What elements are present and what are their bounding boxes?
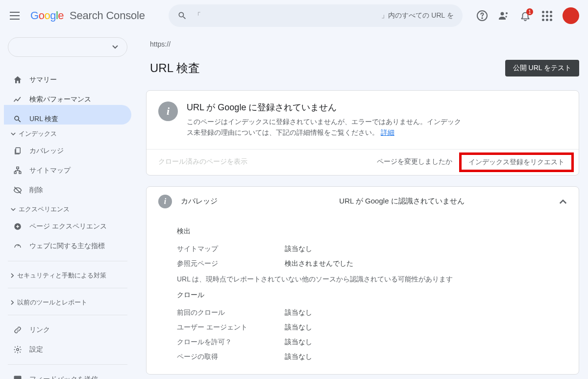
coverage-card: i カバレッジ URL が Google に認識されていません 検出 サイトマッ… <box>146 186 579 375</box>
home-icon <box>13 75 23 85</box>
sidebar-item-links[interactable]: リンク <box>4 320 131 340</box>
chevron-right-icon <box>11 273 14 278</box>
help-button[interactable] <box>476 10 488 22</box>
sidebar-label: リンク <box>29 326 50 334</box>
sidebar-label: 削除 <box>29 186 43 195</box>
search-icon <box>13 114 23 124</box>
highlight-annotation: インデックス登録をリクエスト <box>459 152 574 172</box>
sidebar-item-core-web-vitals[interactable]: ウェブに関する主な指標 <box>4 236 131 256</box>
menu-button[interactable] <box>9 10 21 22</box>
sidebar-label: カバレッジ <box>29 147 64 155</box>
sidebar: サマリー 検索パフォーマンス URL 検査 インデックス カバレッジ <box>0 31 137 379</box>
chevron-right-icon <box>11 300 14 305</box>
svg-rect-4 <box>16 148 20 153</box>
coverage-header[interactable]: i カバレッジ URL が Google に認識されていません <box>147 187 579 216</box>
google-logo: Google <box>30 9 64 22</box>
page-changed-action[interactable]: ページを変更しましたか <box>377 157 452 167</box>
sidebar-section-legacy[interactable]: 以前のツールとレポート <box>4 293 131 310</box>
svg-point-1 <box>482 18 483 19</box>
status-description: このページはインデックスに登録されていませんが、エラーではありません。インデック… <box>187 116 461 138</box>
chevron-up-icon <box>559 199 567 204</box>
user-management-button[interactable] <box>498 10 510 22</box>
svg-point-2 <box>501 12 504 16</box>
sidebar-section-security[interactable]: セキュリティと手動による対策 <box>4 266 131 283</box>
url-search-bar[interactable]: 「 」内のすべての URL を <box>169 4 463 27</box>
search-suffix: 」内のすべての URL を <box>381 11 453 20</box>
search-icon <box>177 11 187 21</box>
index-status-card: i URL が Google に登録されていません このページはインデックスに登… <box>146 90 579 176</box>
link-icon <box>13 325 23 335</box>
coverage-row: クロールを許可？ 該当なし <box>177 335 567 350</box>
svg-point-9 <box>17 349 19 351</box>
hamburger-icon <box>10 12 20 20</box>
discovery-section-title: 検出 <box>177 227 567 236</box>
notifications-button[interactable]: 1 <box>519 10 531 22</box>
chevron-down-icon <box>11 208 16 211</box>
sidebar-item-sitemaps[interactable]: サイトマップ <box>4 161 131 180</box>
view-crawled-page-action: クロール済みのページを表示 <box>158 157 247 167</box>
sidebar-label: URL 検査 <box>29 115 58 124</box>
page-title: URL 検査 <box>146 60 200 76</box>
test-live-url-button[interactable]: 公開 URL をテスト <box>505 60 579 76</box>
sidebar-item-url-inspection[interactable]: URL 検査 <box>4 105 131 125</box>
coverage-row: ユーザー エージェント 該当なし <box>177 320 567 335</box>
sidebar-section-experience[interactable]: エクスペリエンス <box>4 200 131 217</box>
coverage-row: ページの取得 該当なし <box>177 350 567 364</box>
property-selector[interactable] <box>8 37 127 57</box>
sidebar-label: サイトマップ <box>29 166 71 175</box>
apps-button[interactable] <box>541 10 553 22</box>
trend-icon <box>13 95 23 104</box>
help-icon <box>476 10 488 22</box>
discovery-note: URL は、現時点でレポートされていない他のソースから認識されている可能性があり… <box>177 275 567 284</box>
sidebar-label: フィードバックを送信 <box>29 375 98 379</box>
svg-rect-5 <box>17 167 19 169</box>
apps-icon <box>542 11 552 21</box>
chevron-down-icon <box>11 132 16 136</box>
chevron-down-icon <box>112 45 118 49</box>
coverage-row: 前回のクロール 該当なし <box>177 305 567 320</box>
sidebar-item-removals[interactable]: 削除 <box>4 180 131 200</box>
pages-icon <box>13 146 23 156</box>
status-title: URL が Google に登録されていません <box>187 101 461 113</box>
sidebar-item-performance[interactable]: 検索パフォーマンス <box>4 85 131 105</box>
gear-icon <box>13 345 23 354</box>
sidebar-label: 設定 <box>29 345 43 354</box>
info-icon: i <box>158 101 178 121</box>
details-link[interactable]: 詳細 <box>381 128 394 136</box>
app-title: Search Console <box>70 9 145 22</box>
sitemap-icon <box>13 166 23 176</box>
svg-rect-6 <box>14 172 16 174</box>
account-avatar[interactable] <box>563 7 579 24</box>
coverage-row: サイトマップ 該当なし <box>177 242 567 256</box>
sidebar-item-page-experience[interactable]: ページ エクスペリエンス <box>4 217 131 236</box>
svg-point-3 <box>506 12 508 14</box>
speedometer-icon <box>13 241 23 251</box>
request-indexing-action[interactable]: インデックス登録をリクエスト <box>468 158 564 166</box>
user-management-icon <box>498 10 510 22</box>
hidden-icon <box>13 185 23 195</box>
coverage-status: URL が Google に認識されていません <box>253 197 550 206</box>
info-icon: i <box>158 195 172 208</box>
coverage-title: カバレッジ <box>181 197 245 206</box>
svg-rect-7 <box>19 172 21 174</box>
notification-badge: 1 <box>526 8 533 15</box>
sidebar-label: サマリー <box>29 76 57 84</box>
crawl-section-title: クロール <box>177 291 567 300</box>
sidebar-section-index[interactable]: インデックス <box>4 125 131 141</box>
feedback-icon <box>13 375 23 379</box>
sidebar-item-feedback[interactable]: フィードバックを送信 <box>4 370 131 379</box>
breadcrumb: https:// <box>146 40 579 48</box>
sidebar-label: 検索パフォーマンス <box>29 95 91 104</box>
sidebar-item-coverage[interactable]: カバレッジ <box>4 141 131 161</box>
search-prefix: 「 <box>194 11 201 20</box>
coverage-row: 参照元ページ 検出されませんでした <box>177 256 567 271</box>
sidebar-label: ページ エクスペリエンス <box>29 222 107 231</box>
sidebar-item-summary[interactable]: サマリー <box>4 66 131 85</box>
circle-plus-icon <box>13 222 23 231</box>
sidebar-label: ウェブに関する主な指標 <box>29 242 105 251</box>
sidebar-item-settings[interactable]: 設定 <box>4 340 131 359</box>
